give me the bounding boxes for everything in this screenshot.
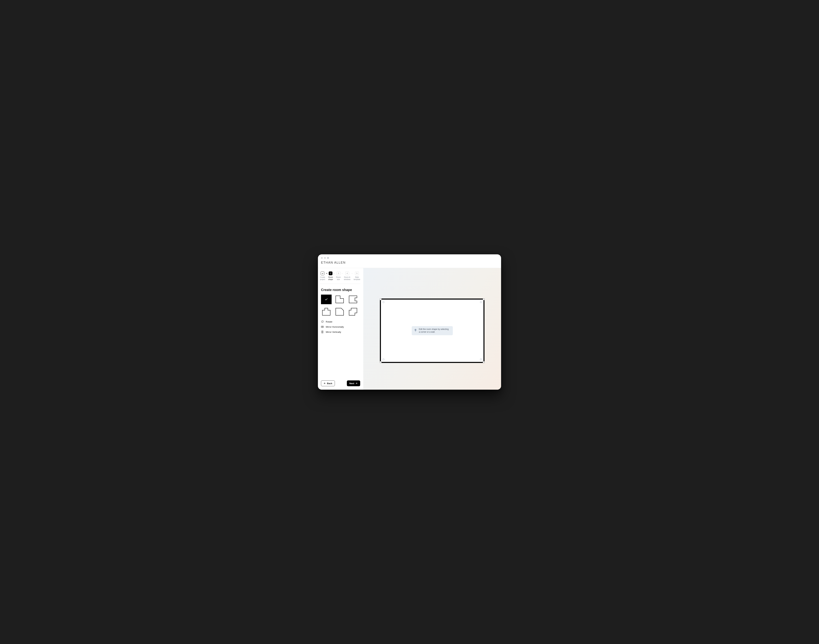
shape-notch-right[interactable] xyxy=(348,294,358,304)
svg-rect-11 xyxy=(321,332,323,333)
svg-marker-5 xyxy=(349,308,357,315)
brand-bar: ETHAN ALLEN xyxy=(318,259,501,268)
shape-l-topright[interactable] xyxy=(334,294,345,304)
tool-mirror-v[interactable]: Mirror Vertically xyxy=(321,331,360,333)
room-outline[interactable]: Edit the room shape by selecting a corne… xyxy=(380,299,485,363)
svg-rect-8 xyxy=(323,326,323,328)
arrow-left-icon xyxy=(323,382,326,385)
hint-card: Edit the room shape by selecting a corne… xyxy=(412,326,453,335)
window-titlebar xyxy=(318,255,501,259)
step-label: Create project xyxy=(320,276,325,281)
corner-point-tl[interactable] xyxy=(383,301,384,303)
step-connector xyxy=(342,271,343,275)
step-box: 5 xyxy=(355,271,359,275)
traffic-light-zoom[interactable] xyxy=(327,257,329,259)
mirror-horizontal-icon xyxy=(321,325,324,328)
lightbulb-icon xyxy=(414,329,417,333)
back-button-label: Back xyxy=(327,382,332,385)
rotate-icon xyxy=(321,320,324,323)
section-title: Create room shape xyxy=(321,288,360,292)
shape-t-top[interactable] xyxy=(321,307,332,316)
step-label: Doors & windows xyxy=(344,276,351,281)
step-room-size[interactable]: 3 Room size xyxy=(336,271,341,281)
step-create-project[interactable]: Create project xyxy=(320,271,325,281)
canvas[interactable]: Edit the room shape by selecting a corne… xyxy=(363,268,501,389)
shape-rect[interactable] xyxy=(321,294,332,304)
tool-label: Mirror Horizontally xyxy=(326,326,344,328)
svg-marker-1 xyxy=(336,296,344,303)
svg-marker-3 xyxy=(322,308,330,315)
arrow-right-icon xyxy=(355,382,358,385)
footer-buttons: Back Next xyxy=(321,378,360,386)
step-box: 2 xyxy=(329,271,332,275)
shape-cut-corner[interactable] xyxy=(334,307,345,316)
step-style-template[interactable]: 5 Style template xyxy=(354,271,360,281)
step-connector xyxy=(334,271,335,275)
svg-rect-7 xyxy=(321,326,322,328)
check-icon xyxy=(325,298,328,301)
brand-wordmark: ETHAN ALLEN xyxy=(321,261,498,264)
shape-step-corner[interactable] xyxy=(348,307,358,316)
step-box: 3 xyxy=(337,271,340,275)
hint-text: Edit the room shape by selecting a corne… xyxy=(419,328,450,334)
tool-rotate[interactable]: Rotate xyxy=(321,320,360,323)
step-label: Room shape xyxy=(328,276,333,281)
tool-mirror-h[interactable]: Mirror Horizontally xyxy=(321,325,360,328)
step-connector xyxy=(352,271,353,275)
step-connector xyxy=(326,271,327,275)
resize-handle-tr[interactable] xyxy=(483,299,484,300)
step-box: 4 xyxy=(345,271,349,275)
stepper: Create project 2 Room shape 3 Room size … xyxy=(320,271,360,284)
step-box-check xyxy=(321,271,325,275)
shape-grid xyxy=(321,294,360,316)
resize-handle-tl[interactable] xyxy=(380,299,381,300)
back-button[interactable]: Back xyxy=(321,380,335,386)
corner-point-bl[interactable] xyxy=(383,359,384,360)
step-label: Room size xyxy=(336,276,341,281)
corner-point-br[interactable] xyxy=(480,359,482,360)
next-button[interactable]: Next xyxy=(347,380,360,386)
traffic-light-close[interactable] xyxy=(321,257,323,259)
svg-marker-2 xyxy=(349,296,357,303)
traffic-light-minimize[interactable] xyxy=(324,257,326,259)
svg-marker-4 xyxy=(336,308,344,315)
sidebar: Create project 2 Room shape 3 Room size … xyxy=(318,268,363,389)
resize-handle-br[interactable] xyxy=(483,361,484,363)
tool-list: Rotate Mirror Horizontally Mirror Vertic… xyxy=(321,320,360,333)
mirror-vertical-icon xyxy=(321,331,324,333)
tool-label: Mirror Vertically xyxy=(326,331,341,333)
svg-rect-10 xyxy=(321,331,323,331)
resize-handle-bl[interactable] xyxy=(380,361,381,363)
app-window: ETHAN ALLEN Create project 2 Room shape xyxy=(318,255,501,389)
next-button-label: Next xyxy=(349,382,354,385)
step-room-shape[interactable]: 2 Room shape xyxy=(328,271,333,281)
content-row: Create project 2 Room shape 3 Room size … xyxy=(318,268,501,389)
svg-rect-15 xyxy=(415,331,416,332)
tool-label: Rotate xyxy=(326,320,332,323)
corner-point-tr[interactable] xyxy=(480,301,482,303)
step-doors-windows[interactable]: 4 Doors & windows xyxy=(344,271,351,281)
step-label: Style template xyxy=(354,276,360,281)
